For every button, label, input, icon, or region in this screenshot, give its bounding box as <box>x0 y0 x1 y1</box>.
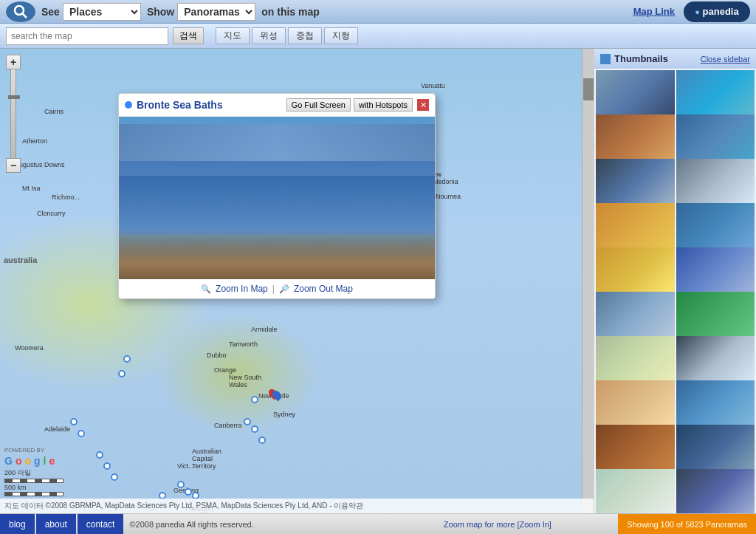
popup-header: Bronte Sea Baths Go Full Screen with Hot… <box>119 94 435 117</box>
map-label-adelaide: Adelaide <box>44 425 70 433</box>
map-pin-10[interactable] <box>251 396 258 403</box>
main-content: australia Cairns Atherton Augustus Downs… <box>0 49 756 513</box>
see-label: See <box>41 6 60 18</box>
map-attribution: 지도 데이터 ©2008 GBRMPA, MapData Sciences Pt… <box>0 499 594 513</box>
map-area[interactable]: australia Cairns Atherton Augustus Downs… <box>0 49 594 513</box>
map-pin-4[interactable] <box>103 462 111 470</box>
map-pin-3[interactable] <box>96 451 103 459</box>
thumbnail-20[interactable] <box>676 469 755 513</box>
scale-bar-miles <box>4 479 63 483</box>
map-label-tamworth: Tamworth <box>229 340 258 348</box>
contact-button[interactable]: contact <box>78 514 124 534</box>
hotspots-button[interactable]: with Hotspots <box>354 98 413 112</box>
zoom-out-button[interactable]: − <box>6 158 21 173</box>
on-this-map-label: on this map <box>261 6 320 18</box>
map-pin-1[interactable] <box>70 418 78 425</box>
svg-point-0 <box>15 6 24 15</box>
copyright-text: ©2008 panedia All rights reserved. <box>123 520 377 529</box>
map-label-australia: australia <box>4 256 37 264</box>
map-label-dubbo: Dubbo <box>207 352 227 359</box>
thumbnail-19[interactable] <box>596 469 675 513</box>
search-bar: 검색 지도 위성 중첩 지형 <box>0 24 756 49</box>
map-label-richmond: Richmo... <box>52 194 80 201</box>
map-pin-5[interactable] <box>111 473 118 481</box>
map-canvas: australia Cairns Atherton Augustus Downs… <box>0 49 594 513</box>
map-pin-9[interactable] <box>258 437 266 444</box>
zoom-more-text: Zoom map for more [Zoom In] <box>377 520 618 529</box>
map-pin-2[interactable] <box>78 430 85 437</box>
map-label-armidale: Armidale <box>251 326 278 333</box>
map-label-mt-isa: Mt Isa <box>22 185 41 192</box>
panedia-logo: ● panedia <box>684 1 750 22</box>
scale-bar-km <box>4 492 63 496</box>
places-dropdown[interactable]: Places Panoramas Photos <box>63 3 141 21</box>
popup-title: Bronte Sea Baths <box>137 99 282 111</box>
zoom-in-button[interactable]: + <box>6 55 21 69</box>
map-scrollbar[interactable] <box>582 49 594 513</box>
map-attr-text: 지도 데이터 ©2008 GBRMPA, MapData Sciences Pt… <box>4 501 363 511</box>
tab-jihyeong[interactable]: 지형 <box>324 27 358 44</box>
map-label-orange: Orange <box>214 366 236 374</box>
tab-jido[interactable]: 지도 <box>216 27 250 44</box>
google-branding: Google <box>4 455 63 467</box>
zoom-in-map-link[interactable]: Zoom In Map <box>216 284 268 294</box>
full-screen-button[interactable]: Go Full Screen <box>286 98 351 112</box>
map-pin-12[interactable] <box>185 488 192 496</box>
search-button[interactable]: 검색 <box>173 27 204 44</box>
map-tabs: 지도 위성 중첩 지형 <box>216 27 358 44</box>
sidebar: Thumbnails Close sidebar <box>594 49 756 513</box>
zoom-out-map-link[interactable]: Zoom Out Map <box>294 284 353 294</box>
scale-km: 500 km <box>4 484 63 491</box>
popup-panorama-image[interactable] <box>119 117 435 279</box>
map-label-cairns: Cairns <box>44 108 63 115</box>
map-label-victoria: Vict... <box>177 462 193 470</box>
sidebar-header: Thumbnails Close sidebar <box>594 49 756 69</box>
thumbnails-label: Thumbnails <box>614 53 701 64</box>
map-pin-7[interactable] <box>244 418 251 425</box>
svg-line-1 <box>23 13 27 18</box>
search-icon <box>6 1 35 22</box>
tab-jungcheob[interactable]: 중첩 <box>288 27 322 44</box>
map-label-atherton: Atherton <box>22 137 47 145</box>
map-pin-bh[interactable] <box>123 355 131 363</box>
scrollbar-thumb[interactable] <box>583 78 594 100</box>
panoramas-dropdown[interactable]: Panoramas Photos Videos <box>177 3 255 21</box>
map-pin-6[interactable] <box>118 370 126 377</box>
map-label-cloncurry: Cloncurry <box>37 210 66 217</box>
about-button[interactable]: about <box>36 514 76 534</box>
map-label-act: AustralianCapitalTerritory <box>192 448 221 470</box>
thumbnails-icon <box>600 54 611 64</box>
zoom-out-icon: 🔎 <box>279 284 289 294</box>
search-input[interactable] <box>6 27 168 45</box>
map-link-button[interactable]: Map Link <box>633 6 675 17</box>
popup-close-button[interactable]: ✕ <box>417 99 429 111</box>
popup-footer: 🔍 Zoom In Map | 🔎 Zoom Out Map <box>119 279 435 298</box>
map-label-canberra: Canberra <box>214 422 242 429</box>
popup-indicator <box>125 101 132 109</box>
map-label-woomera: Woomera <box>15 344 44 352</box>
sidebar-title-area: Thumbnails <box>600 53 701 64</box>
map-label-nsw: New SouthWales <box>229 374 261 388</box>
popup-sea <box>119 161 435 235</box>
powered-by-google: POWERED BY <box>4 447 63 453</box>
map-label-sydney: Sydney <box>273 411 295 418</box>
zoom-slider[interactable] <box>10 69 16 158</box>
map-label-noumea: Noumea <box>436 193 461 200</box>
zoom-in-icon: 🔍 <box>201 284 211 294</box>
tab-wiseong[interactable]: 위성 <box>252 27 286 44</box>
app-header: See Places Panoramas Photos Show Panoram… <box>0 0 756 24</box>
scale-bar: POWERED BY Google 200 마일 500 km <box>4 447 63 497</box>
blog-button[interactable]: blog <box>0 514 35 534</box>
show-label: Show <box>147 6 174 18</box>
showing-count: Showing 100 of 5823 Panoramas <box>618 514 756 534</box>
thumbnails-grid <box>594 69 756 513</box>
map-pin-11[interactable] <box>177 481 185 488</box>
popup-water-reflection <box>119 124 435 161</box>
map-pin-8[interactable] <box>251 425 258 433</box>
zoom-handle[interactable] <box>8 95 20 99</box>
scale-miles: 200 마일 <box>4 468 63 478</box>
panorama-popup: Bronte Sea Baths Go Full Screen with Hot… <box>118 93 436 299</box>
map-label-vanuatu: Vanuatu <box>421 82 445 89</box>
zoom-controls: + − <box>6 55 21 173</box>
close-sidebar-button[interactable]: Close sidebar <box>701 55 750 64</box>
